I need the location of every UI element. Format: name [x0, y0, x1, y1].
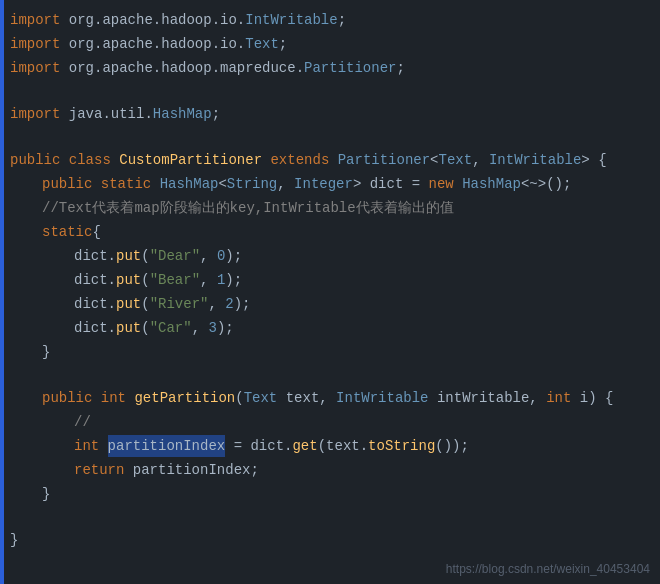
- code-line-2: import org.apache.hadoop.io.Text;: [0, 32, 660, 56]
- code-text: ,: [208, 293, 225, 315]
- code-line-22: [0, 506, 660, 528]
- code-line-13: dict.put("River", 2);: [0, 292, 660, 316]
- method-ref: put: [116, 317, 141, 339]
- code-text: ;: [279, 33, 287, 55]
- code-line-18: //: [0, 410, 660, 434]
- code-line-9: //Text代表着map阶段输出的key,IntWritable代表着输出的值: [0, 196, 660, 220]
- number-literal: 1: [217, 269, 225, 291]
- class-ref: IntWritable: [245, 9, 337, 31]
- code-text: (: [141, 245, 149, 267]
- code-text: ());: [435, 435, 469, 457]
- code-line-7: public class CustomPartitioner extends P…: [0, 148, 660, 172]
- code-text: <: [430, 149, 438, 171]
- code-text: dict.: [74, 269, 116, 291]
- code-text: (text.: [318, 435, 368, 457]
- code-text: > dict =: [353, 173, 429, 195]
- class-ref: IntWritable: [336, 387, 437, 409]
- code-text: dict.: [74, 245, 116, 267]
- method-name: getPartition: [134, 387, 235, 409]
- code-text: ,: [529, 387, 546, 409]
- code-line-23: }: [0, 528, 660, 552]
- keyword-public: public: [10, 149, 69, 171]
- code-text: (: [235, 387, 243, 409]
- keyword-import: import: [10, 57, 69, 79]
- keyword-import: import: [10, 9, 69, 31]
- number-literal: 2: [225, 293, 233, 315]
- code-text: }: [42, 341, 50, 363]
- keyword-class: class: [69, 149, 119, 171]
- code-text: org.apache.hadoop.mapreduce.: [69, 57, 304, 79]
- class-ref: Text: [244, 387, 286, 409]
- var-ref: partitionIndex: [133, 459, 251, 481]
- code-line-4: [0, 80, 660, 102]
- param: i: [580, 387, 588, 409]
- code-text: ,: [277, 173, 294, 195]
- class-ref: Text: [439, 149, 473, 171]
- string-literal: "River": [150, 293, 209, 315]
- code-text: ,: [319, 387, 336, 409]
- code-text: = dict.: [225, 435, 292, 457]
- class-ref: HashMap: [153, 103, 212, 125]
- code-text: ,: [192, 317, 209, 339]
- code-text: ;: [338, 9, 346, 31]
- code-text: org.apache.hadoop.io.: [69, 33, 245, 55]
- highlighted-partition-index: partitionIndex: [108, 435, 226, 457]
- code-line-19: int partitionIndex = dict.get(text.toStr…: [0, 434, 660, 458]
- param: text: [286, 387, 320, 409]
- code-text: <: [218, 173, 226, 195]
- code-text: dict.: [74, 317, 116, 339]
- code-text: ,: [472, 149, 489, 171]
- code-line-20: return partitionIndex;: [0, 458, 660, 482]
- class-ref: Partitioner: [304, 57, 396, 79]
- code-line-14: dict.put("Car", 3);: [0, 316, 660, 340]
- class-ref: Integer: [294, 173, 353, 195]
- code-line-17: public int getPartition(Text text, IntWr…: [0, 386, 660, 410]
- code-text: }: [42, 483, 50, 505]
- keyword-static: static: [42, 221, 92, 243]
- code-text: ;: [396, 57, 404, 79]
- method-ref: toString: [368, 435, 435, 457]
- code-text: (: [141, 317, 149, 339]
- string-literal: "Bear": [150, 269, 200, 291]
- string-literal: "Dear": [150, 245, 200, 267]
- code-line-12: dict.put("Bear", 1);: [0, 268, 660, 292]
- code-text: }: [10, 529, 18, 551]
- keyword-int: int: [74, 435, 108, 457]
- code-line-16: [0, 364, 660, 386]
- keyword-public: public: [42, 387, 101, 409]
- param: intWritable: [437, 387, 529, 409]
- code-text: );: [225, 269, 242, 291]
- method-ref: put: [116, 245, 141, 267]
- code-line-8: public static HashMap<String, Integer> d…: [0, 172, 660, 196]
- number-literal: 3: [208, 317, 216, 339]
- code-text: );: [234, 293, 251, 315]
- code-line-21: }: [0, 482, 660, 506]
- code-text: dict.: [74, 293, 116, 315]
- class-ref: Text: [245, 33, 279, 55]
- keyword-extends: extends: [270, 149, 337, 171]
- comment-text: //: [74, 411, 91, 433]
- code-line-6: [0, 126, 660, 148]
- watermark: https://blog.csdn.net/weixin_40453404: [446, 562, 650, 576]
- method-ref: put: [116, 269, 141, 291]
- code-text: (: [141, 293, 149, 315]
- code-text: {: [92, 221, 100, 243]
- code-text: ,: [200, 245, 217, 267]
- keyword-import: import: [10, 103, 69, 125]
- code-text: );: [217, 317, 234, 339]
- class-ref: HashMap: [462, 173, 521, 195]
- code-text: java.util.: [69, 103, 153, 125]
- keyword-int: int: [546, 387, 580, 409]
- code-text: > {: [581, 149, 606, 171]
- class-ref: HashMap: [160, 173, 219, 195]
- code-line-10: static{: [0, 220, 660, 244]
- code-text: ;: [250, 459, 258, 481]
- code-text: ,: [200, 269, 217, 291]
- code-text: org.apache.hadoop.io.: [69, 9, 245, 31]
- method-ref: get: [292, 435, 317, 457]
- class-ref: IntWritable: [489, 149, 581, 171]
- code-editor: import org.apache.hadoop.io.IntWritable;…: [0, 0, 660, 584]
- keyword-new: new: [429, 173, 463, 195]
- code-line-11: dict.put("Dear", 0);: [0, 244, 660, 268]
- class-ref: Partitioner: [338, 149, 430, 171]
